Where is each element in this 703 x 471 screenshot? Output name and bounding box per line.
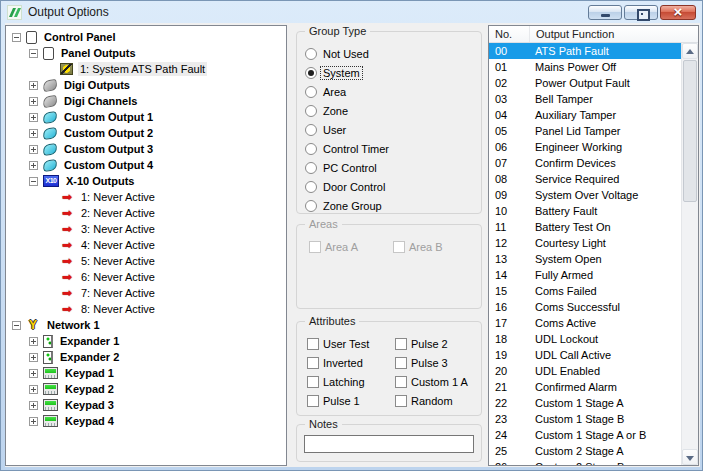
radio-icon[interactable] — [305, 181, 317, 193]
output-function-row[interactable]: 02 Power Output Fault — [489, 75, 681, 91]
tree-item[interactable]: X-10 Outputs — [6, 173, 286, 189]
tree-item[interactable]: Keypad 2 — [6, 381, 286, 397]
attribute-checkbox-option[interactable]: Random — [395, 391, 481, 410]
checkbox-label[interactable]: User Test — [323, 338, 369, 350]
tree-item[interactable]: 5: Never Active — [6, 253, 286, 269]
expand-toggle-icon[interactable] — [12, 33, 21, 42]
attribute-checkbox-option[interactable]: Latching — [307, 372, 395, 391]
checkbox-icon[interactable] — [395, 395, 407, 407]
tree-item[interactable]: 8: Never Active — [6, 301, 286, 317]
attribute-checkbox-option[interactable]: Pulse 1 — [307, 391, 395, 410]
radio-icon[interactable] — [305, 67, 317, 79]
output-function-row[interactable]: 16 Coms Successful — [489, 299, 681, 315]
radio-option-label[interactable]: Control Timer — [321, 143, 391, 155]
expand-toggle-icon[interactable] — [29, 81, 38, 90]
expand-toggle-icon[interactable] — [29, 129, 38, 138]
output-function-row[interactable]: 20 UDL Enabled — [489, 363, 681, 379]
expand-toggle-icon[interactable] — [29, 337, 38, 346]
tree-item[interactable]: Digi Channels — [6, 93, 286, 109]
radio-icon[interactable] — [305, 48, 317, 60]
output-function-row[interactable]: 17 Coms Active — [489, 315, 681, 331]
tree-item[interactable]: Keypad 3 — [6, 397, 286, 413]
output-function-row[interactable]: 22 Custom 1 Stage A — [489, 395, 681, 411]
checkbox-label[interactable]: Pulse 3 — [411, 357, 448, 369]
tree-item[interactable]: Panel Outputs — [6, 45, 286, 61]
output-function-row[interactable]: 24 Custom 1 Stage A or B — [489, 427, 681, 443]
radio-icon[interactable] — [305, 143, 317, 155]
output-function-row[interactable]: 13 System Open — [489, 251, 681, 267]
tree-item[interactable]: 7: Never Active — [6, 285, 286, 301]
expand-toggle-icon[interactable] — [29, 145, 38, 154]
tree-item[interactable]: Digi Outputs — [6, 77, 286, 93]
radio-option-label[interactable]: System — [321, 67, 362, 79]
expand-toggle-icon[interactable] — [29, 177, 38, 186]
expand-toggle-icon[interactable] — [29, 353, 38, 362]
output-function-row[interactable]: 11 Battery Test On — [489, 219, 681, 235]
output-function-row[interactable]: 26 Custom 2 Stage B — [489, 459, 681, 465]
tree-item[interactable]: 3: Never Active — [6, 221, 286, 237]
checkbox-label[interactable]: Latching — [323, 376, 365, 388]
output-function-row[interactable]: 21 Confirmed Alarm — [489, 379, 681, 395]
expand-toggle-icon[interactable] — [29, 369, 38, 378]
group-type-radio-option[interactable]: Area — [305, 82, 481, 101]
expand-toggle-icon[interactable] — [29, 97, 38, 106]
output-function-row[interactable]: 14 Fully Armed — [489, 267, 681, 283]
checkbox-label[interactable]: Random — [411, 395, 453, 407]
expand-toggle-icon[interactable] — [29, 385, 38, 394]
group-type-radio-option[interactable]: System — [305, 63, 481, 82]
group-type-radio-option[interactable]: User — [305, 120, 481, 139]
radio-option-label[interactable]: Zone — [321, 105, 350, 117]
tree-item[interactable]: 4: Never Active — [6, 237, 286, 253]
close-button[interactable] — [660, 5, 696, 20]
radio-icon[interactable] — [305, 124, 317, 136]
checkbox-icon[interactable] — [395, 338, 407, 350]
output-function-row[interactable]: 04 Auxiliary Tamper — [489, 107, 681, 123]
notes-input[interactable] — [304, 435, 474, 453]
scroll-up-icon[interactable] — [682, 43, 698, 59]
output-function-row[interactable]: 10 Battery Fault — [489, 203, 681, 219]
radio-option-label[interactable]: PC Control — [321, 162, 379, 174]
minimize-button[interactable] — [588, 5, 622, 20]
output-function-row[interactable]: 08 Service Required — [489, 171, 681, 187]
output-function-row[interactable]: 01 Mains Power Off — [489, 59, 681, 75]
expand-toggle-icon[interactable] — [29, 401, 38, 410]
radio-icon[interactable] — [305, 105, 317, 117]
tree-item[interactable]: 1: Never Active — [6, 189, 286, 205]
tree-item[interactable]: Expander 1 — [6, 333, 286, 349]
radio-option-label[interactable]: User — [321, 124, 348, 136]
tree-item[interactable]: Network 1 — [6, 317, 286, 333]
radio-icon[interactable] — [305, 86, 317, 98]
tree-item[interactable]: Keypad 1 — [6, 365, 286, 381]
output-function-row[interactable]: 12 Courtesy Light — [489, 235, 681, 251]
attribute-checkbox-option[interactable]: Pulse 2 — [395, 334, 481, 353]
tree-item[interactable]: 2: Never Active — [6, 205, 286, 221]
radio-icon[interactable] — [305, 162, 317, 174]
tree-item[interactable]: Control Panel — [6, 29, 286, 45]
attribute-checkbox-option[interactable]: Custom 1 A — [395, 372, 481, 391]
group-type-radio-option[interactable]: Control Timer — [305, 139, 481, 158]
output-function-row[interactable]: 18 UDL Lockout — [489, 331, 681, 347]
output-function-row[interactable]: 07 Confirm Devices — [489, 155, 681, 171]
checkbox-label[interactable]: Pulse 1 — [323, 395, 360, 407]
expand-toggle-icon[interactable] — [29, 417, 38, 426]
scrollbar-thumb[interactable] — [683, 60, 697, 202]
tree-item[interactable]: 1: System ATS Path Fault — [6, 61, 286, 77]
output-function-row[interactable]: 25 Custom 2 Stage A — [489, 443, 681, 459]
attribute-checkbox-option[interactable]: User Test — [307, 334, 395, 353]
group-type-radio-option[interactable]: Zone — [305, 101, 481, 120]
output-function-row[interactable]: 23 Custom 1 Stage B — [489, 411, 681, 427]
vertical-scrollbar[interactable] — [681, 43, 698, 465]
checkbox-label[interactable]: Pulse 2 — [411, 338, 448, 350]
checkbox-icon[interactable] — [307, 376, 319, 388]
radio-option-label[interactable]: Not Used — [321, 48, 371, 60]
checkbox-label[interactable]: Custom 1 A — [411, 376, 468, 388]
expand-toggle-icon[interactable] — [29, 49, 38, 58]
expand-toggle-icon[interactable] — [12, 321, 21, 330]
group-type-radio-option[interactable]: Zone Group — [305, 196, 481, 215]
output-function-row[interactable]: 05 Panel Lid Tamper — [489, 123, 681, 139]
output-function-row[interactable]: 00 ATS Path Fault — [489, 43, 681, 59]
output-function-row[interactable]: 09 System Over Voltage — [489, 187, 681, 203]
checkbox-icon[interactable] — [395, 357, 407, 369]
checkbox-icon[interactable] — [307, 338, 319, 350]
expand-toggle-icon[interactable] — [29, 113, 38, 122]
